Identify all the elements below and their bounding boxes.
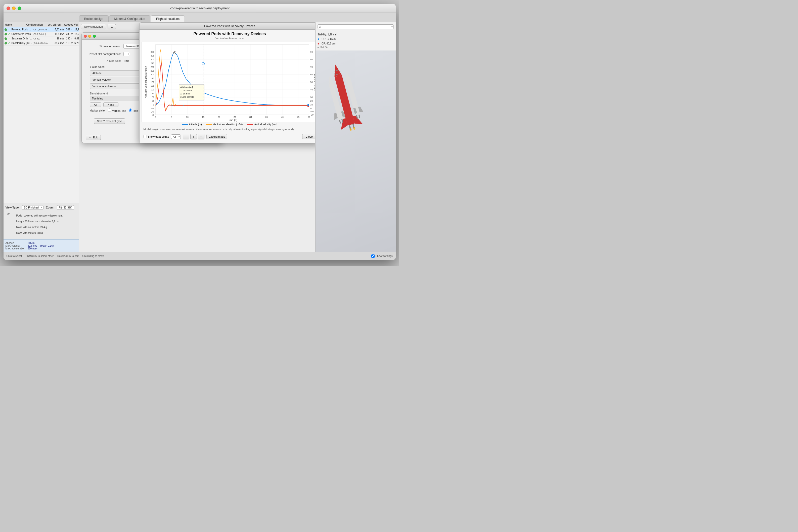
show-data-points-checkbox[interactable] [144, 135, 147, 138]
svg-text:15: 15 [202, 116, 204, 118]
chart-instructions: left click drag to zoom area. mouse whee… [142, 127, 315, 132]
stat-acceleration: Max. acceleration 260 m/s² [5, 247, 77, 250]
sim-apogee: 115 m [65, 42, 73, 44]
view-type-select[interactable]: 3D Finished [22, 205, 43, 210]
zoom-in-button[interactable]: + [190, 134, 197, 139]
preset-select[interactable] [124, 52, 130, 56]
view-type-select-wrapper[interactable]: 3D Finished [22, 205, 43, 210]
tab-rocket-design[interactable]: Rocket design [79, 15, 109, 22]
tab-motors-config[interactable]: Motors & Configuration [109, 15, 150, 22]
svg-text:-10: -10 [310, 110, 313, 113]
svg-text:175: 175 [150, 77, 154, 80]
svg-text:40: 40 [281, 116, 283, 118]
svg-text:150: 150 [150, 81, 154, 83]
svg-text:225: 225 [150, 70, 154, 72]
show-warnings[interactable]: Show warnings [371, 254, 393, 258]
sim-veloc: 14,2 [73, 33, 79, 35]
simulations-table: Name Configuration Vel. off rod Apogee V… [3, 22, 79, 113]
svg-text:Altitude (m): Altitude (m) [180, 86, 193, 89]
svg-rect-76 [307, 104, 309, 106]
sim-apogee: 130 m [65, 37, 73, 40]
tab-flight-simulations[interactable]: Flight simulations [151, 15, 185, 22]
svg-text:50: 50 [307, 116, 310, 118]
svg-text:90: 90 [310, 51, 313, 53]
dialog-maximize[interactable] [93, 35, 96, 38]
config-select[interactable]: 3] [318, 24, 394, 29]
svg-text:-20: -20 [310, 114, 313, 116]
table-row[interactable]: ✓ Sustainer Only [Tur... [C6-5;;] 18 m/s… [3, 36, 79, 41]
sim-config: [C6-7;B6-0;:] [33, 33, 51, 35]
stat-velocity: Max. velocity 52,6 m/s (Mach 0,16) [5, 244, 77, 247]
edit-button[interactable]: E [108, 24, 116, 30]
dialog-minimize[interactable] [88, 35, 91, 38]
status-indicator [4, 33, 7, 35]
none-button[interactable]: None [103, 102, 119, 107]
svg-text:0: 0 [155, 116, 156, 118]
check-icon: ✓ [8, 42, 12, 44]
config-select-wrapper[interactable]: 3] [318, 24, 394, 29]
edit-back-button[interactable]: << Edit [86, 135, 101, 140]
svg-text:50: 50 [151, 96, 154, 98]
chart-close-button[interactable]: Close [302, 134, 315, 139]
show-warnings-checkbox[interactable] [371, 254, 375, 258]
table-row[interactable]: ✓ BoosterOnly [Turn ... [:B6-4;A10-3;A10… [3, 41, 79, 45]
svg-rect-77 [307, 106, 309, 107]
rocket-length: Length 80,6 cm, max. diameter 3,4 cm [16, 218, 62, 224]
svg-text:250: 250 [150, 66, 154, 68]
sim-velocity: 31,2 m/s [51, 42, 65, 44]
export-image-button[interactable]: Export Image [206, 134, 227, 139]
rocket-mass-no-motors: Mass with no motors 89,4 g [16, 224, 62, 230]
rocket-mass-with-motors: Mass with motors 118 g [16, 230, 62, 236]
status-indicator [4, 42, 7, 44]
check-icon: ✓ [8, 37, 12, 40]
left-panel: Name Configuration Vel. off rod Apogee V… [3, 22, 79, 252]
sim-name: Unpowered Pods [12, 33, 33, 35]
close-button[interactable] [6, 6, 10, 10]
svg-text:0: 0 [310, 107, 311, 110]
chart-titlebar: Powered Pods with Recovery Devices [140, 23, 315, 30]
new-y-axis-button[interactable]: New Y axis plot type [94, 118, 125, 124]
x-axis-label: X axis type: [86, 59, 121, 62]
hint-shift: Shift+click to select other [26, 255, 54, 258]
svg-text:350: 350 [150, 51, 154, 53]
hint-drag: Click+drag to move [83, 255, 104, 258]
dialog-close[interactable] [84, 35, 87, 38]
vertical-line-option[interactable]: Vertical line [108, 109, 126, 112]
content-area: Name Configuration Vel. off rod Apogee V… [3, 22, 396, 252]
bottom-hints: Click to select Shift+click to select ot… [6, 255, 104, 258]
svg-text:X: 15,58 s: X: 15,58 s [180, 92, 191, 95]
new-simulation-button[interactable]: New simulation [81, 24, 106, 30]
chart-container[interactable]: Altitude; Vertical acceleration Vertical… [142, 42, 315, 127]
all-select[interactable]: All [171, 134, 181, 139]
preset-select-wrapper[interactable] [124, 52, 130, 56]
svg-text:Altitude; Vertical acceleratio: Altitude; Vertical acceleration [145, 66, 147, 98]
check-icon: ✓ [8, 28, 12, 31]
zoom-out-button[interactable]: − [198, 134, 204, 139]
legend-altitude: Altitude (m) [182, 123, 202, 126]
svg-rect-3 [156, 44, 309, 115]
show-warnings-label: Show warnings [376, 255, 393, 258]
svg-text:125: 125 [150, 84, 154, 87]
all-select-wrapper[interactable]: All [171, 134, 181, 139]
minimize-button[interactable] [12, 6, 16, 10]
maximize-button[interactable] [18, 6, 21, 10]
icon-option[interactable]: Icon [129, 109, 138, 112]
table-row[interactable]: ✓ Powered Pods with... [C6-7;B6-0;A3-4;.… [3, 27, 79, 32]
table-row[interactable]: ✓ Unpowered Pods [C6-7;B6-0;:] 15,4 m/s … [3, 32, 79, 36]
right-panel: 3] Stability: 1,98 cal ● CG: 53,8 cm ● C… [315, 22, 396, 252]
sim-name-label: Simulation name: [86, 45, 121, 48]
mach-value: at M=0,30 [318, 46, 394, 49]
all-button[interactable]: All [90, 102, 101, 107]
cp-label: CP: 60,5 cm [322, 42, 335, 45]
sim-apogee: 342 m [65, 28, 73, 31]
tab-bar: Rocket design Motors & Configuration Fli… [3, 13, 396, 22]
zoom-controls: ⊡ + − [183, 134, 204, 139]
svg-text:Vertical velocity: Vertical velocity [313, 74, 315, 91]
stat-apogee: Apogee 115 m [5, 242, 77, 244]
svg-marker-81 [326, 75, 333, 84]
svg-text:60: 60 [310, 73, 313, 76]
zoom-fit-button[interactable]: ⊡ [183, 134, 189, 139]
dialog-traffic-lights [84, 35, 96, 38]
show-data-points-label: Show data points [148, 135, 169, 138]
table-header: Name Configuration Vel. off rod Apogee V… [3, 22, 79, 27]
